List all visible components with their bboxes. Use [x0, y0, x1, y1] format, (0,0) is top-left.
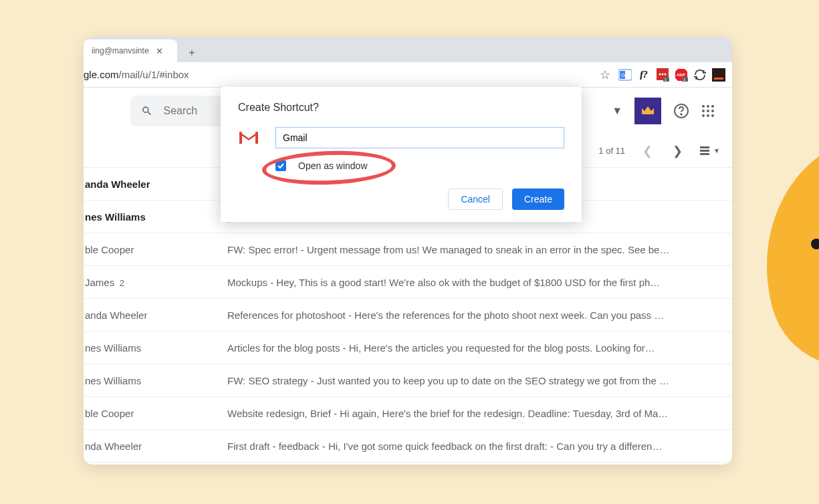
- email-snippet: - Hi, Here's the articles you requested …: [340, 342, 655, 354]
- email-subject: Website redesign, Brief: [227, 408, 331, 419]
- gmail-icon: [238, 130, 259, 146]
- shortcut-name-input[interactable]: [275, 127, 564, 148]
- svg-point-6: [659, 73, 661, 75]
- whatfont-extension-icon[interactable]: f?: [637, 68, 651, 82]
- browser-tab[interactable]: iing@manvsinte ✕: [84, 39, 177, 62]
- email-sender: ble Cooper: [84, 244, 227, 255]
- email-subject: FW: SEO strategy: [227, 375, 308, 386]
- crown-badge[interactable]: [634, 98, 661, 124]
- svg-point-24: [711, 110, 714, 112]
- email-content: Articles for the blog posts - Hi, Here's…: [227, 342, 720, 354]
- email-subject: FW: Spec error!: [227, 244, 298, 255]
- svg-point-18: [681, 114, 682, 115]
- new-tab-button[interactable]: +: [183, 43, 201, 62]
- email-sender: nes Williams: [84, 342, 227, 354]
- email-row[interactable]: nes WilliamsArticles for the blog posts …: [84, 332, 732, 364]
- address-bar: gle.com/mail/u/1/#inbox ☆ G f? 1 ABP1: [84, 62, 732, 88]
- tab-strip: iing@manvsinte ✕ +: [84, 37, 732, 62]
- svg-point-23: [707, 110, 709, 112]
- email-row[interactable]: anda WheelerReferences for photoshoot - …: [84, 299, 732, 332]
- email-sender: nes Williams: [84, 211, 227, 223]
- email-subject: References for photoshoot: [227, 309, 346, 321]
- svg-point-21: [711, 105, 714, 108]
- email-snippet: - Urgent message from us! We managed to …: [298, 244, 670, 255]
- url-display[interactable]: gle.com/mail/u/1/#inbox: [84, 69, 592, 80]
- checkbox-label: Open as window: [298, 160, 368, 171]
- svg-point-25: [702, 114, 705, 117]
- svg-text:G: G: [621, 72, 625, 78]
- svg-point-22: [702, 110, 705, 112]
- url-path: /mail/u/1/#inbox: [119, 69, 189, 80]
- svg-rect-28: [700, 146, 709, 148]
- prev-page-icon[interactable]: ❮: [640, 141, 655, 161]
- thread-count: 2: [117, 278, 124, 288]
- email-content: First draft - feedback - Hi, I've got so…: [227, 440, 720, 452]
- email-snippet: - Hey, This is a good start! We're also …: [267, 277, 660, 288]
- email-row[interactable]: James 2Mockups - Hey, This is a good sta…: [84, 266, 732, 299]
- email-content: Mockups - Hey, This is a good start! We'…: [227, 277, 720, 288]
- email-sender: ble Cooper: [84, 408, 227, 419]
- svg-rect-30: [700, 153, 709, 155]
- email-snippet: - Just wanted you to keep you up to date…: [308, 375, 669, 386]
- svg-point-7: [662, 73, 664, 75]
- email-sender: anda Wheeler: [84, 178, 227, 190]
- next-page-icon[interactable]: ❯: [670, 141, 685, 161]
- create-shortcut-dialog: Create Shortcut? Open as window Cancel C…: [221, 87, 582, 222]
- close-icon[interactable]: ✕: [156, 46, 163, 56]
- svg-text:ABP: ABP: [677, 73, 685, 77]
- email-subject: Articles for the blog posts: [227, 342, 340, 354]
- open-as-window-checkbox[interactable]: [275, 160, 286, 171]
- email-content: FW: Spec error! - Urgent message from us…: [227, 244, 720, 255]
- pagination-label: 1 of 11: [598, 146, 625, 156]
- svg-rect-29: [700, 150, 709, 152]
- svg-rect-16: [714, 78, 723, 80]
- svg-point-19: [702, 105, 705, 108]
- lastpass-extension-icon[interactable]: 1: [656, 68, 669, 82]
- email-sender: anda Wheeler: [84, 309, 227, 321]
- email-row[interactable]: ble CooperWebsite redesign, Brief - Hi a…: [84, 397, 732, 430]
- email-snippet: - Hi again, Here's the brief for the red…: [331, 408, 669, 419]
- extension-icons: G f? 1 ABP1: [618, 68, 725, 82]
- translate-extension-icon[interactable]: G: [618, 68, 632, 82]
- email-subject: First draft - feedback: [227, 440, 320, 452]
- email-row[interactable]: nes WilliamsFW: SEO strategy - Just want…: [84, 364, 732, 397]
- email-sender: James 2: [84, 277, 227, 288]
- svg-point-20: [707, 105, 709, 108]
- svg-point-26: [707, 114, 709, 117]
- url-domain: gle.com: [84, 69, 119, 80]
- dark-extension-icon[interactable]: [712, 68, 725, 82]
- cancel-button[interactable]: Cancel: [448, 188, 503, 210]
- email-snippet: - Here's the references for the photo sh…: [346, 309, 664, 321]
- svg-point-8: [665, 73, 667, 75]
- svg-point-27: [711, 114, 714, 117]
- create-button[interactable]: Create: [512, 188, 564, 210]
- adblock-extension-icon[interactable]: ABP1: [675, 68, 688, 82]
- density-toggle[interactable]: ▼: [700, 146, 720, 156]
- search-icon: [141, 104, 153, 118]
- email-row[interactable]: nda WheelerFirst draft - feedback - Hi, …: [84, 430, 732, 463]
- email-snippet: - Hi, I've got some quick feedback on th…: [320, 440, 663, 452]
- email-sender: nda Wheeler: [84, 440, 227, 452]
- star-icon[interactable]: ☆: [597, 65, 613, 85]
- email-content: FW: SEO strategy - Just wanted you to ke…: [227, 375, 720, 386]
- apps-grid-icon[interactable]: [701, 104, 715, 118]
- email-sender: nes Williams: [84, 375, 227, 386]
- email-subject: Mockups: [227, 277, 267, 288]
- dialog-title: Create Shortcut?: [238, 102, 564, 114]
- email-row[interactable]: ble CooperFW: Spec error! - Urgent messa…: [84, 233, 732, 266]
- email-content: Website redesign, Brief - Hi again, Here…: [227, 408, 720, 419]
- help-icon[interactable]: [673, 103, 689, 119]
- tab-title: iing@manvsinte: [92, 46, 149, 55]
- sync-extension-icon[interactable]: [693, 68, 707, 82]
- email-content: References for photoshoot - Here's the r…: [227, 309, 720, 321]
- dropdown-icon[interactable]: ▼: [612, 105, 622, 117]
